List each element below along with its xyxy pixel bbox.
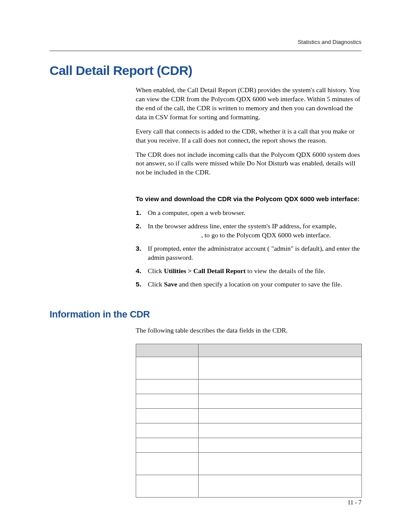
table-cell xyxy=(198,452,361,475)
subsection-intro: The following table describes the data f… xyxy=(136,326,361,335)
procedure-steps: On a computer, open a web browser. In th… xyxy=(136,208,361,289)
table-cell xyxy=(136,408,199,423)
section-name: Statistics and Diagnostics xyxy=(298,39,361,45)
step-text: Click xyxy=(148,280,164,288)
table-row xyxy=(136,379,362,394)
table-cell xyxy=(136,394,199,408)
step-text: to view the details of the file. xyxy=(246,267,325,274)
step-item: Click Save and then specify a location o… xyxy=(136,280,361,289)
procedure-heading: To view and download the CDR via the Pol… xyxy=(136,195,361,202)
table-cell xyxy=(198,357,361,379)
subsection-title: Information in the CDR xyxy=(50,309,361,320)
step-text: and then specify a location on your comp… xyxy=(177,280,342,288)
body-paragraph: When enabled, the Call Detail Report (CD… xyxy=(136,86,361,122)
table-header-row xyxy=(136,344,362,357)
table-cell xyxy=(136,475,199,497)
table-cell xyxy=(136,357,199,379)
table-cell xyxy=(198,438,361,452)
step-text: If prompted, enter the administrator acc… xyxy=(148,245,360,261)
step-text: On a computer, open a web browser. xyxy=(148,209,246,216)
table-row xyxy=(136,408,362,423)
step-text: In the browser address line, enter the s… xyxy=(148,222,336,230)
step-bold: Utilities > Call Detail Report xyxy=(164,267,246,274)
table-row xyxy=(136,423,362,438)
table-row xyxy=(136,394,362,408)
table-row xyxy=(136,452,362,475)
step-bold: Save xyxy=(164,280,177,288)
table-header-cell xyxy=(136,344,199,357)
table-row xyxy=(136,475,362,497)
step-item: If prompted, enter the administrator acc… xyxy=(136,244,361,262)
page-title: Call Detail Report (CDR) xyxy=(50,63,361,78)
step-item: Click Utilities > Call Detail Report to … xyxy=(136,267,361,276)
step-text: Click xyxy=(148,267,164,274)
step-text: , to go to the Polycom QDX 6000 web inte… xyxy=(201,231,331,239)
table-cell xyxy=(198,408,361,423)
table-cell xyxy=(198,394,361,408)
table-cell xyxy=(198,423,361,438)
body-paragraph: The CDR does not include incoming calls … xyxy=(136,150,361,177)
table-row xyxy=(136,357,362,379)
step-item: On a computer, open a web browser. xyxy=(136,208,361,218)
running-header: Statistics and Diagnostics xyxy=(50,39,361,45)
table-cell xyxy=(136,379,199,394)
table-cell xyxy=(198,379,361,394)
cdr-table-container xyxy=(136,344,361,498)
table-cell xyxy=(136,438,199,452)
header-rule xyxy=(50,50,361,51)
step-item: In the browser address line, enter the s… xyxy=(136,222,361,240)
cdr-fields-table xyxy=(136,344,362,498)
page-number: 11 - 7 xyxy=(348,499,361,506)
table-cell xyxy=(136,452,199,475)
table-header-cell xyxy=(198,344,361,357)
body-paragraph: Every call that connects is added to the… xyxy=(136,127,361,145)
table-body xyxy=(136,357,362,497)
table-cell xyxy=(136,423,199,438)
table-cell xyxy=(198,475,361,497)
table-row xyxy=(136,438,362,452)
